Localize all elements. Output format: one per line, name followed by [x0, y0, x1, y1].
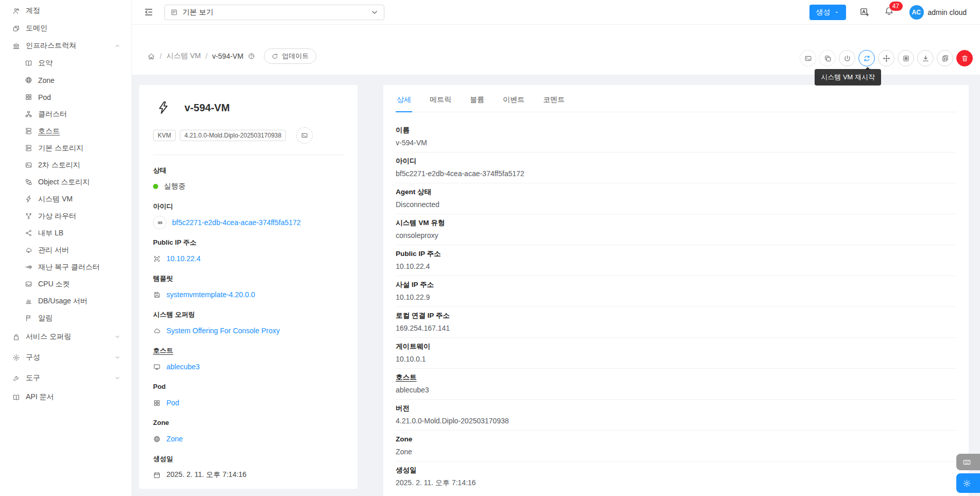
row-label: 아이디 — [396, 157, 956, 165]
barcode-icon — [153, 216, 166, 229]
avatar[interactable]: AC — [909, 5, 924, 20]
vm-id-link[interactable]: bf5c2271-e2db-4cea-acae-374ff5fa5172 — [172, 218, 301, 227]
bar-chart-icon — [25, 297, 32, 305]
sidebar-item-infrastructure[interactable]: 인프라스트럭쳐 — [0, 37, 131, 55]
row-label: 시스템 VM 유형 — [396, 219, 956, 227]
sidebar-item-summary[interactable]: 요약 — [0, 55, 131, 72]
tab-volumes[interactable]: 볼륨 — [469, 94, 485, 112]
translate-icon[interactable] — [859, 7, 870, 18]
sidebar-item-dr-cluster[interactable]: 재난 복구 클러스터 — [0, 259, 131, 276]
field-label: 상태 — [153, 166, 344, 175]
change-offering-button[interactable] — [898, 50, 914, 66]
sidebar-item-primary-storage[interactable]: 기본 스토리지 — [0, 140, 131, 157]
detail-row-private-ip: 사설 IP 주소 10.10.22.9 — [396, 276, 956, 307]
flag-icon — [25, 314, 32, 322]
system-vm-detail-page: 계정 도메인 인프라스트럭쳐 요약 Zone Pod 클러스터 호스트 기본 스… — [0, 0, 980, 496]
sidebar-item-label: 클러스터 — [38, 110, 67, 119]
sidebar-item-db-usage-server[interactable]: DB/Usage 서버 — [0, 293, 131, 310]
field-label: 호스트 — [153, 347, 344, 355]
console-button[interactable] — [800, 50, 816, 66]
row-value: consoleproxy — [396, 231, 956, 240]
stop-button[interactable] — [839, 50, 855, 66]
disaster-recovery-icon — [25, 263, 32, 271]
vm-detail-card: 상세 메트릭 볼륨 이벤트 코멘트 이름 v-594-VM 아이디 bf5c22… — [383, 85, 969, 496]
migrate-button[interactable] — [878, 50, 894, 66]
field-label: Pod — [153, 383, 344, 391]
sidebar-item-accounts[interactable]: 계정 — [0, 2, 131, 20]
row-value: 10.10.22.9 — [396, 293, 956, 302]
summary-icon — [25, 59, 32, 67]
host-link[interactable]: ablecube3 — [166, 363, 200, 371]
sidebar-item-management-servers[interactable]: 관리 서버 — [0, 242, 131, 259]
sidebar-item-domains[interactable]: 도메인 — [0, 20, 131, 37]
branch-icon — [25, 212, 32, 220]
sidebar-item-internal-lb[interactable]: 내부 LB — [0, 225, 131, 242]
restart-tooltip: 시스템 VM 재시작 — [815, 69, 881, 85]
sidebar-item-alerts[interactable]: 알림 — [0, 310, 131, 327]
monitor-icon — [153, 363, 161, 371]
row-value: 169.254.167.141 — [396, 323, 956, 333]
copy-icon — [824, 55, 832, 62]
summary-field-id: 아이디 bf5c2271-e2db-4cea-acae-374ff5fa5172 — [153, 202, 344, 229]
notifications-button[interactable]: 47 — [884, 6, 894, 18]
pod-icon — [153, 399, 161, 407]
destroy-button[interactable] — [956, 50, 973, 66]
sidebar-item-configuration[interactable]: 구성 — [0, 347, 131, 368]
share-icon — [25, 229, 32, 237]
download-icon — [922, 55, 930, 62]
system-offering-link[interactable]: System Offering For Console Proxy — [166, 327, 280, 335]
template-link[interactable]: systemvmtemplate-4.20.0.0 — [166, 290, 255, 299]
tab-comments[interactable]: 코멘트 — [542, 94, 566, 112]
chevron-down-icon — [115, 334, 120, 339]
diagnostics-button[interactable] — [937, 50, 953, 66]
pod-link[interactable]: Pod — [166, 399, 179, 407]
summary-field-template: 템플릿 systemvmtemplate-4.20.0.0 — [153, 275, 344, 301]
shortcut-panel-button[interactable] — [956, 454, 980, 470]
wrench-icon — [12, 374, 20, 382]
tab-metrics[interactable]: 메트릭 — [429, 94, 452, 112]
patch-systemvm-button[interactable] — [917, 50, 934, 66]
help-icon[interactable] — [248, 53, 255, 60]
sidebar-item-cpu-sockets[interactable]: CPU 소켓 — [0, 276, 131, 293]
menu-fold-icon[interactable] — [144, 7, 154, 17]
detail-row-link-local-ip: 로컬 연결 IP 주소 169.254.167.141 — [396, 307, 956, 338]
sidebar-item-zones[interactable]: Zone — [0, 72, 131, 89]
sidebar-item-hosts[interactable]: 호스트 — [0, 123, 131, 140]
settings-button[interactable] — [956, 473, 980, 493]
calendar-icon — [153, 471, 161, 479]
copy-clipboard-button[interactable] — [819, 50, 836, 66]
row-value: Zone — [396, 447, 956, 456]
chevron-up-icon — [115, 43, 120, 48]
keyboard-icon — [962, 458, 971, 467]
row-value: 10.10.22.4 — [396, 262, 956, 271]
sidebar-item-virtual-routers[interactable]: 가상 라우터 — [0, 208, 131, 225]
chevron-down-icon — [115, 355, 120, 360]
sidebar-item-secondary-storage[interactable]: 2차 스토리지 — [0, 157, 131, 174]
sidebar-item-api-docs[interactable]: API 문서 — [0, 388, 131, 406]
update-button[interactable]: 업데이트 — [264, 48, 316, 64]
trash-icon — [961, 55, 969, 62]
detail-tabs: 상세 메트릭 볼륨 이벤트 코멘트 — [396, 94, 956, 112]
sidebar-item-service-offerings[interactable]: 서비스 오퍼링 — [0, 327, 131, 347]
public-ip-link[interactable]: 10.10.22.4 — [166, 254, 200, 263]
sidebar: 계정 도메인 인프라스트럭쳐 요약 Zone Pod 클러스터 호스트 기본 스… — [0, 0, 132, 496]
detail-row-id: 아이디 bf5c2271-e2db-4cea-acae-374ff5fa5172 — [396, 152, 956, 183]
zone-link[interactable]: Zone — [166, 435, 183, 443]
sidebar-item-pods[interactable]: Pod — [0, 89, 131, 106]
created-date: 2025. 2. 11. 오후 7:14:16 — [166, 470, 246, 480]
home-icon[interactable] — [147, 53, 155, 60]
sidebar-item-tools[interactable]: 도구 — [0, 368, 131, 388]
cloud-icon — [153, 327, 161, 335]
create-button[interactable]: 생성 — [809, 5, 846, 20]
console-quick-button[interactable] — [296, 127, 313, 144]
sidebar-item-system-vms[interactable]: 시스템 VM — [0, 191, 131, 208]
username[interactable]: admin cloud — [928, 8, 967, 16]
sidebar-item-clusters[interactable]: 클러스터 — [0, 106, 131, 123]
sidebar-item-label: 기본 스토리지 — [38, 144, 83, 153]
tab-details[interactable]: 상세 — [396, 94, 412, 112]
breadcrumb-section[interactable]: 시스템 VM — [166, 52, 201, 61]
view-select[interactable]: 기본 보기 — [164, 5, 384, 20]
sidebar-item-label: CPU 소켓 — [38, 280, 70, 289]
tab-events[interactable]: 이벤트 — [502, 94, 526, 112]
sidebar-item-object-storage[interactable]: Object 스토리지 — [0, 174, 131, 191]
